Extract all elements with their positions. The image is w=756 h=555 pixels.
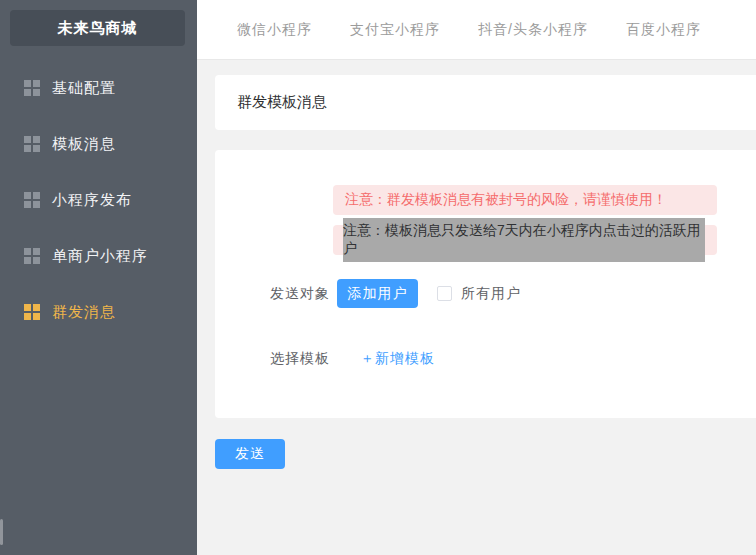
sidebar-item-label: 单商户小程序 — [52, 247, 148, 266]
sidebar-item-label: 模板消息 — [52, 135, 116, 154]
mass-message-form-panel: 注意：群发模板消息有被封号的风险，请谨慎使用！ 注意：模板消息只发送给7天内在小… — [215, 150, 756, 418]
grid-icon — [24, 248, 31, 255]
grid-icon — [24, 304, 31, 311]
grid-icon — [24, 80, 31, 87]
send-button[interactable]: 发送 — [215, 439, 285, 469]
sidebar-scrollbar[interactable] — [0, 519, 3, 545]
tab-wechat-miniapp[interactable]: 微信小程序 — [237, 21, 312, 39]
app-logo-text: 未来鸟商城 — [58, 19, 138, 38]
sidebar-item-mass-message[interactable]: 群发消息 — [0, 284, 197, 340]
select-template-row: 选择模板 ＋新增模板 — [270, 350, 435, 368]
page-title: 群发模板消息 — [237, 93, 327, 112]
send-target-row: 发送对象 添加用户 所有用户 — [270, 279, 521, 308]
sidebar: 未来鸟商城 基础配置 模板消息 小程序发布 单商户小程序 群发消息 — [0, 0, 197, 555]
sidebar-item-label: 小程序发布 — [52, 191, 132, 210]
tab-baidu-miniapp[interactable]: 百度小程序 — [626, 21, 701, 39]
sidebar-item-label: 基础配置 — [52, 79, 116, 98]
content-area: 群发模板消息 注意：群发模板消息有被封号的风险，请谨慎使用！ 注意：模板消息只发… — [197, 60, 756, 555]
sidebar-item-single-merchant-miniapp[interactable]: 单商户小程序 — [0, 228, 197, 284]
tab-alipay-miniapp[interactable]: 支付宝小程序 — [350, 21, 440, 39]
app-logo: 未来鸟商城 — [10, 10, 185, 46]
sidebar-item-template-message[interactable]: 模板消息 — [0, 116, 197, 172]
sidebar-item-miniapp-publish[interactable]: 小程序发布 — [0, 172, 197, 228]
sidebar-menu: 基础配置 模板消息 小程序发布 单商户小程序 群发消息 — [0, 60, 197, 340]
tab-douyin-toutiao-miniapp[interactable]: 抖音/头条小程序 — [478, 21, 588, 39]
warning-banner-active-users: 注意：模板消息只发送给7天内在小程序内点击过的活跃用户 — [333, 225, 717, 255]
send-target-label: 发送对象 — [270, 285, 330, 303]
all-users-checkbox[interactable] — [437, 286, 452, 301]
all-users-label[interactable]: 所有用户 — [461, 285, 521, 303]
warning-text-selected: 注意：模板消息只发送给7天内在小程序内点击过的活跃用户 — [343, 218, 705, 262]
warning-text: 注意：群发模板消息有被封号的风险，请谨慎使用！ — [345, 191, 667, 209]
page-header-panel: 群发模板消息 — [215, 75, 756, 130]
main-column: 微信小程序 支付宝小程序 抖音/头条小程序 百度小程序 群发模板消息 注意：群发… — [197, 0, 756, 555]
sidebar-item-label: 群发消息 — [52, 303, 116, 322]
warning-banner-ban-risk: 注意：群发模板消息有被封号的风险，请谨慎使用！ — [333, 185, 717, 215]
grid-icon — [24, 192, 31, 199]
sidebar-item-basic-config[interactable]: 基础配置 — [0, 60, 197, 116]
add-user-button[interactable]: 添加用户 — [337, 279, 418, 308]
add-template-link[interactable]: ＋新增模板 — [360, 350, 435, 368]
grid-icon — [24, 136, 31, 143]
top-navbar: 微信小程序 支付宝小程序 抖音/头条小程序 百度小程序 — [197, 0, 756, 60]
select-template-label: 选择模板 — [270, 350, 330, 368]
